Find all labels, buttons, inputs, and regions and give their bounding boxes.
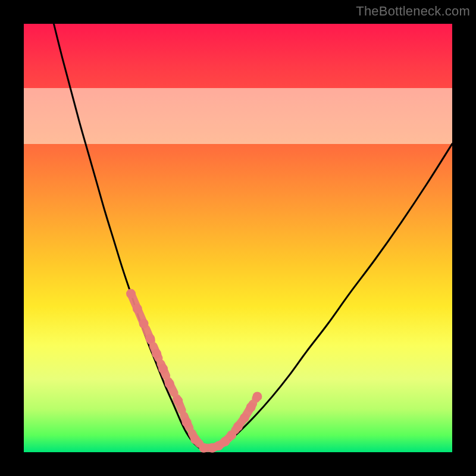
marker-dot <box>139 319 149 328</box>
marker-dot <box>227 430 236 440</box>
marker-dot <box>182 418 192 427</box>
marker-dot <box>158 364 168 374</box>
marker-dot <box>190 434 200 444</box>
marker-dot <box>165 379 174 389</box>
marker-dot <box>152 349 161 358</box>
marker-dot <box>246 402 256 412</box>
bottleneck-curve <box>54 24 452 450</box>
marker-dot <box>145 334 155 343</box>
marker-dot <box>173 396 183 406</box>
marker-dot <box>233 422 243 431</box>
chart-overlay <box>24 24 452 452</box>
marker-dot <box>252 392 262 401</box>
watermark-text: TheBottleneck.com <box>356 4 470 19</box>
marker-dot <box>199 443 208 453</box>
marker-dot <box>126 289 136 299</box>
marker-dot <box>240 413 249 422</box>
chart-frame: TheBottleneck.com <box>0 0 476 476</box>
marker-dot <box>133 304 142 314</box>
